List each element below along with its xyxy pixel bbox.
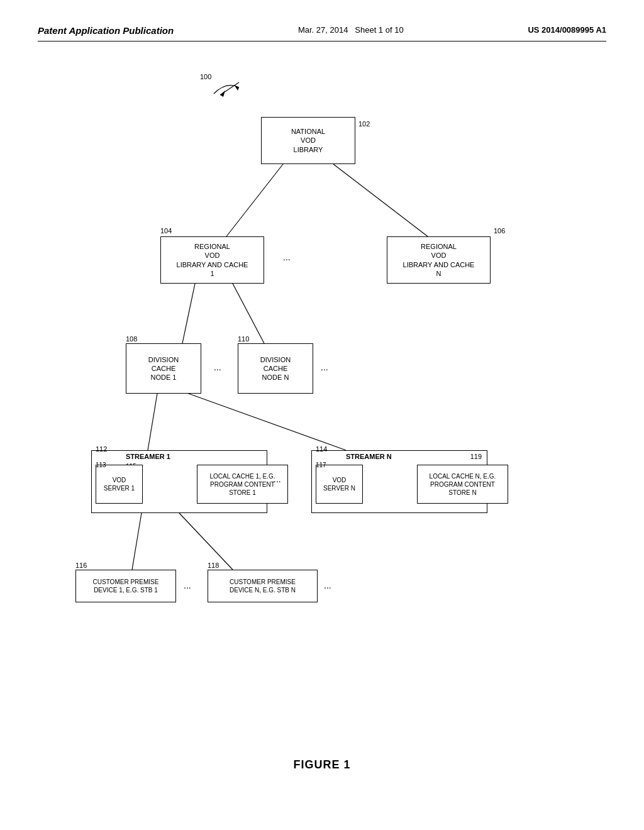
ref-108-label: 108 [126, 335, 137, 343]
streamerN-label: STREAMER N [346, 452, 392, 461]
node-106: REGIONALVODLIBRARY AND CACHEN [387, 236, 491, 284]
ref-112-label: 112 [96, 445, 107, 453]
dots-cpe-right: ... [324, 580, 331, 590]
node-114-outer: 114 STREAMER N 119 VODSERVER N 117 LOCAL… [311, 450, 487, 513]
node-116: CUSTOMER PREMISEDEVICE 1, E.G. STB 1 [75, 570, 176, 602]
publication-date: Mar. 27, 2014 [298, 25, 348, 35]
ref-102-label: 102 [358, 120, 370, 128]
dots-cpe: ... [184, 580, 191, 590]
svg-line-7 [189, 394, 346, 450]
streamer1-label: STREAMER 1 [126, 452, 170, 461]
publication-date-sheet: Mar. 27, 2014 Sheet 1 of 10 [298, 25, 404, 35]
ref-104-label: 104 [160, 227, 172, 235]
svg-line-6 [148, 394, 157, 450]
page-header: Patent Application Publication Mar. 27, … [38, 25, 606, 42]
node-118: CUSTOMER PREMISEDEVICE N, E.G. STB N [208, 570, 318, 602]
node-104: REGIONALVODLIBRARY AND CACHE1 [160, 236, 264, 284]
ref-119-label: 119 [470, 452, 482, 461]
figure-caption: FIGURE 1 [38, 758, 606, 772]
dots-division-right: ... [321, 362, 328, 372]
node-102: NATIONALVODLIBRARY [261, 117, 355, 164]
node-108: DIVISIONCACHENODE 1 [126, 343, 201, 394]
figure-diagram: 100 NATIONALVODLIBRARY 102 REGIONALVODLI… [38, 54, 606, 746]
sheet-info: Sheet 1 of 10 [355, 25, 403, 35]
ref-117-label: 117 [316, 461, 326, 469]
ref-116-label: 116 [75, 562, 87, 569]
ref-106-label: 106 [494, 227, 505, 235]
node-117: VODSERVER N [316, 465, 363, 504]
svg-line-8 [132, 513, 142, 570]
page: Patent Application Publication Mar. 27, … [0, 0, 644, 830]
publication-title: Patent Application Publication [38, 25, 174, 36]
node-115: LOCAL CACHE 1, E.G.PROGRAM CONTENTSTORE … [197, 465, 288, 504]
dots-division-108-110: ... [214, 362, 221, 372]
node-110: DIVISIONCACHENODE N [238, 343, 313, 394]
node-119: LOCAL CACHE N, E.G.PROGRAM CONTENTSTORE … [417, 465, 508, 504]
svg-line-5 [233, 284, 264, 343]
publication-number: US 2014/0089995 A1 [528, 25, 606, 35]
ref-114-label: 114 [316, 445, 327, 453]
ref-113-label: 113 [96, 461, 106, 469]
svg-line-4 [182, 284, 195, 343]
ref-118-label: 118 [208, 562, 219, 569]
node-113: VODSERVER 1 [96, 465, 143, 504]
ref-110-label: 110 [238, 335, 249, 343]
ref-100-arrow [208, 78, 245, 97]
dots-regional: ... [283, 252, 291, 262]
dots-streamer-mid: ... [274, 474, 281, 484]
svg-line-2 [226, 164, 283, 236]
svg-line-3 [333, 164, 428, 236]
node-112-outer: 112 STREAMER 1 115 VODSERVER 1 113 LOCAL… [91, 450, 267, 513]
svg-line-9 [179, 513, 233, 570]
